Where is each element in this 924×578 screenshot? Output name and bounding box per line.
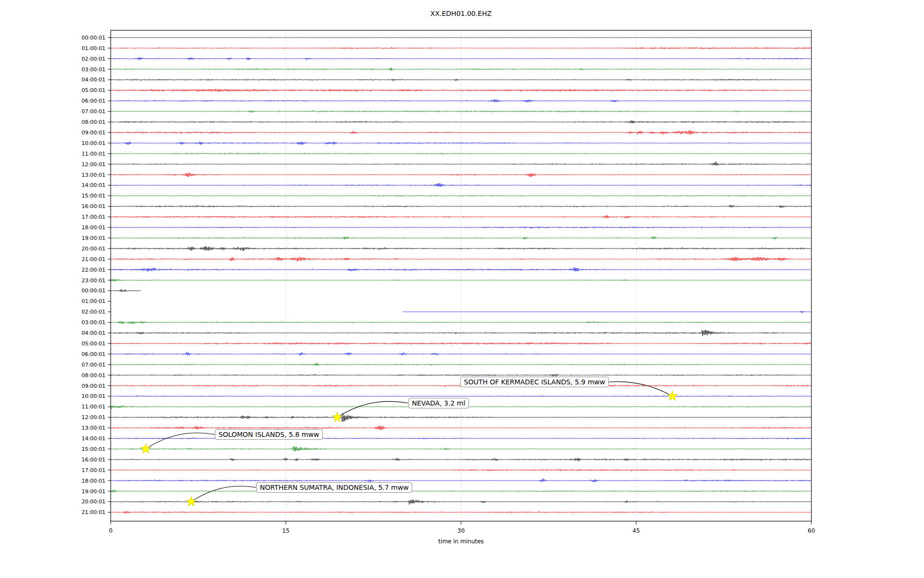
y-axis-tick-label: 09:00:01 (82, 130, 105, 136)
y-axis-tick-label: 04:00:01 (82, 77, 105, 83)
y-axis-tick-label: 00:00:01 (82, 35, 105, 41)
y-axis-tick-label: 08:00:01 (82, 372, 105, 379)
trace-row (111, 89, 811, 92)
helicorder-plot: XX.EDH01.00.EHZ 00:00:0101:00:0102:00:01… (0, 0, 924, 578)
y-axis-tick-label: 14:00:01 (82, 435, 105, 442)
y-axis-tick-label: 17:00:01 (82, 467, 105, 473)
y-axis-tick-label: 09:00:01 (82, 383, 105, 389)
y-axis-tick-label: 21:00:01 (82, 256, 105, 263)
y-axis-tick-label: 12:00:01 (82, 414, 105, 420)
y-axis-tick-label: 06:00:01 (82, 351, 105, 357)
y-axis-tick-label: 16:00:01 (82, 203, 105, 210)
trace-row (111, 257, 811, 262)
y-axis-tick-label: 19:00:01 (82, 488, 105, 495)
y-axis-tick-label: 11:00:01 (82, 151, 105, 157)
trace-row (111, 490, 811, 492)
trace-row (111, 289, 141, 292)
y-axis-tick-label: 02:00:01 (82, 309, 105, 315)
event-star-icon (332, 412, 342, 421)
y-axis-tick-label: 20:00:01 (82, 246, 105, 252)
annotation-arrow (337, 401, 408, 417)
annotation-arrow (609, 381, 673, 396)
x-axis: 015304560 (109, 521, 815, 534)
y-axis-tick-label: 22:00:01 (82, 267, 105, 273)
y-axis-tick-label: 12:00:01 (82, 161, 105, 168)
trace-row (111, 153, 811, 155)
event-label: SOLOMON ISLANDS, 5.8 mww (218, 431, 319, 438)
y-axis-tick-label: 10:00:01 (82, 140, 105, 146)
event-star-icon (667, 391, 678, 401)
y-axis-tick-label: 20:00:01 (82, 499, 105, 505)
helicorder-figure: XX.EDH01.00.EHZ 00:00:0101:00:0102:00:01… (0, 0, 924, 578)
x-axis-tick-label: 0 (109, 527, 113, 534)
x-axis-tick-label: 15 (282, 527, 289, 534)
y-axis-tick-label: 01:00:01 (82, 45, 105, 52)
y-axis-tick-label: 11:00:01 (82, 404, 105, 410)
y-axis-tick-label: 04:00:01 (82, 330, 105, 336)
y-axis-tick-label: 19:00:01 (82, 235, 105, 241)
x-axis-tick-label: 45 (632, 527, 640, 534)
y-axis-tick-label: 07:00:01 (82, 108, 105, 115)
y-axis-tick-label: 10:00:01 (82, 393, 105, 399)
y-axis-tick-label: 21:00:01 (82, 509, 105, 515)
trace-row (111, 110, 811, 113)
y-axis: 00:00:0101:00:0102:00:0103:00:0104:00:01… (82, 35, 111, 516)
trace-row (111, 183, 811, 187)
x-axis-label: time in minutes (438, 538, 484, 545)
trace-row (111, 374, 811, 376)
y-axis-tick-label: 17:00:01 (82, 214, 105, 220)
y-axis-tick-label: 14:00:01 (82, 182, 105, 188)
y-axis-tick-label: 18:00:01 (82, 224, 105, 231)
x-axis-tick-label: 60 (808, 527, 815, 534)
event-star-icon (186, 497, 196, 506)
trace-row (111, 205, 811, 208)
y-axis-tick-label: 13:00:01 (82, 172, 105, 178)
figure-title: XX.EDH01.00.EHZ (430, 10, 491, 17)
y-axis-tick-label: 16:00:01 (82, 457, 105, 463)
trace-row (111, 363, 811, 366)
trace-row (111, 353, 811, 356)
y-axis-tick-label: 23:00:01 (82, 277, 105, 284)
trace-row (111, 511, 811, 513)
annotation-arrow (146, 433, 215, 449)
gridlines (286, 30, 636, 521)
y-axis-tick-label: 06:00:01 (82, 98, 105, 104)
y-axis-tick-label: 01:00:01 (82, 298, 105, 304)
trace-row (111, 37, 811, 38)
trace-row (403, 311, 811, 313)
y-axis-tick-label: 02:00:01 (82, 56, 105, 62)
x-axis-tick-label: 30 (457, 527, 464, 534)
trace-row (111, 413, 811, 422)
event-star-icon (141, 444, 151, 453)
trace-row (111, 267, 811, 271)
y-axis-tick-label: 03:00:01 (82, 66, 105, 73)
event-label: SOUTH OF KERMADEC ISLANDS, 5.9 mww (464, 378, 605, 386)
y-axis-tick-label: 03:00:01 (82, 319, 105, 326)
trace-row (111, 47, 811, 49)
y-axis-tick-label: 15:00:01 (82, 446, 105, 452)
event-label: NEVADA, 3.2 ml (412, 399, 465, 407)
y-axis-tick-label: 00:00:01 (82, 288, 105, 294)
y-axis-tick-label: 15:00:01 (82, 193, 105, 199)
y-axis-tick-label: 13:00:01 (82, 425, 105, 431)
trace-row (111, 499, 811, 505)
trace-row (111, 469, 811, 471)
annotation-arrow (191, 486, 256, 501)
y-axis-tick-label: 05:00:01 (82, 87, 105, 93)
trace-row (111, 67, 811, 70)
y-axis-tick-label: 18:00:01 (82, 478, 105, 484)
event-label: NORTHERN SUMATRA, INDONESIA, 5.7 mww (260, 484, 409, 491)
y-axis-tick-label: 05:00:01 (82, 341, 105, 347)
y-axis-tick-label: 07:00:01 (82, 362, 105, 368)
y-axis-tick-label: 08:00:01 (82, 119, 105, 125)
